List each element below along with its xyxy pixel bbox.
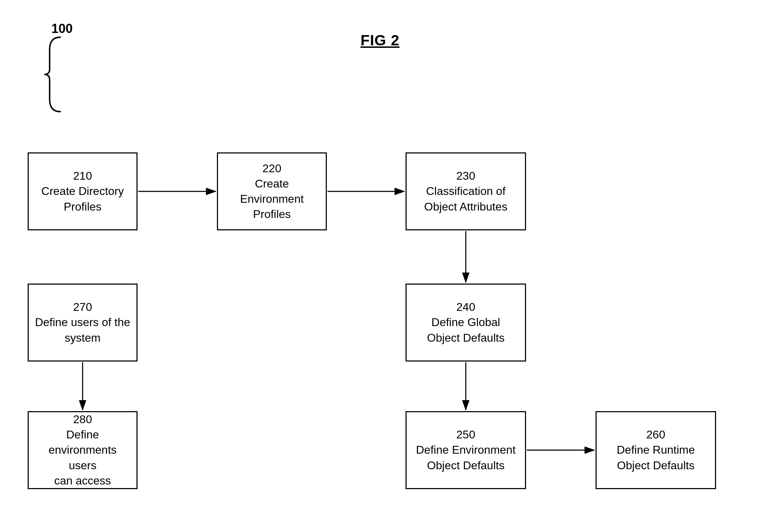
box-250-line3: Object Defaults <box>427 458 505 473</box>
box-260-line1: 260 <box>646 427 665 442</box>
box-280-line1: 280 <box>73 412 92 427</box>
box-240: 240 Define Global Object Defaults <box>406 284 526 362</box>
box-210-line3: Profiles <box>64 199 102 214</box>
ref-number-100: 100 <box>51 21 73 36</box>
box-280-line2: Define <box>66 427 99 442</box>
box-210-line1: 210 <box>73 168 92 184</box>
box-250-line1: 250 <box>456 427 475 442</box>
box-220-line3: Profiles <box>253 207 291 222</box>
box-280: 280 Define environments users can access <box>28 411 138 489</box>
curly-bracket-icon <box>43 35 64 113</box>
box-260-line3: Object Defaults <box>617 458 695 473</box>
box-230-line3: Object Attributes <box>424 199 508 214</box>
box-220: 220 Create Environment Profiles <box>217 152 327 230</box>
box-240-line2: Define Global <box>431 315 500 330</box>
page-container: FIG 2 100 210 Create Directory Profiles … <box>0 0 760 532</box>
box-240-line1: 240 <box>456 299 475 315</box>
box-210: 210 Create Directory Profiles <box>28 152 138 230</box>
box-240-line3: Object Defaults <box>427 330 505 346</box>
figure-title: FIG 2 <box>361 32 399 49</box>
box-260: 260 Define Runtime Object Defaults <box>596 411 716 489</box>
box-270-line2: Define users of the <box>35 315 130 330</box>
box-250-line2: Define Environment <box>416 442 515 458</box>
box-210-line2: Create Directory <box>41 184 124 199</box>
box-220-line2: Create Environment <box>223 176 320 207</box>
box-260-line2: Define Runtime <box>617 442 695 458</box>
box-220-line1: 220 <box>262 161 281 176</box>
box-230: 230 Classification of Object Attributes <box>406 152 526 230</box>
box-280-line4: can access <box>54 473 111 488</box>
box-230-line1: 230 <box>456 168 475 184</box>
box-270: 270 Define users of the system <box>28 284 138 362</box>
box-250: 250 Define Environment Object Defaults <box>406 411 526 489</box>
box-230-line2: Classification of <box>426 184 505 199</box>
box-270-line3: system <box>65 330 100 346</box>
box-270-line1: 270 <box>73 299 92 315</box>
box-280-line3: environments users <box>34 442 131 473</box>
